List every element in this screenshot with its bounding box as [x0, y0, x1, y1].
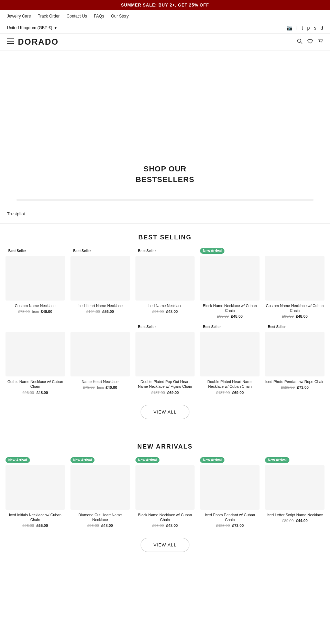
instagram-icon[interactable]: 📷 [286, 25, 292, 31]
banner-text: SUMMER SALE: BUY 2+, GET 25% OFF [121, 3, 209, 8]
product-card[interactable]: Best Seller Iced Heart Name Necklace £10… [70, 248, 130, 319]
product-prices: £96.00 £48.00 [70, 523, 130, 528]
svg-point-5 [320, 43, 320, 43]
nav-jewelry-care[interactable]: Jewelry Care [7, 14, 31, 19]
bestselling-view-all-button[interactable]: VIEW ALL [141, 405, 189, 419]
svg-line-4 [301, 42, 302, 44]
badge-new-arrival: New Arrival [200, 457, 224, 463]
original-price: £96.00 [22, 391, 34, 395]
view-all-label: VIEW ALL [153, 409, 176, 415]
product-image [135, 465, 195, 510]
product-name: Iced Letter Script Name Necklace [265, 512, 324, 517]
product-prices: £96.00 £48.00 [135, 309, 195, 314]
hero-section [0, 50, 330, 154]
product-card[interactable]: New Arrival Block Name Necklace w/ Cuban… [135, 457, 195, 528]
original-price: £96.00 [152, 523, 164, 528]
shop-bestsellers-section: SHOP OURBESTSELLERS [0, 154, 330, 192]
product-card[interactable]: Best Seller Double Plated Pop Out Heart … [135, 324, 195, 395]
product-image [6, 256, 65, 301]
badge-best-seller: Best Seller [135, 324, 159, 330]
nav-links: Jewelry Care Track Order Contact Us FAQs… [0, 10, 330, 22]
badge-best-seller: Best Seller [70, 248, 94, 254]
bestselling-section: BEST SELLING Best Seller Custom Name Nec… [0, 224, 330, 426]
price-from: from [97, 386, 104, 389]
facebook-icon[interactable]: f [296, 25, 298, 31]
hamburger-menu-icon[interactable] [7, 38, 14, 46]
product-prices: £137.00 £69.00 [200, 391, 260, 395]
search-icon[interactable] [297, 38, 302, 45]
product-card[interactable]: New Arrival Diamond Cut Heart Name Neckl… [70, 457, 130, 528]
product-card[interactable]: Best Seller Iced Name Necklace £96.00 £4… [135, 248, 195, 319]
product-prices: £73.00 from £40.00 [6, 309, 65, 314]
nav-our-story[interactable]: Our Story [111, 14, 129, 19]
product-name: Diamond Cut Heart Name Necklace [70, 512, 130, 522]
sale-price: £69.00 [167, 391, 179, 395]
currency-label: United Kingdom (GBP £) [7, 25, 52, 30]
product-image [70, 465, 130, 510]
product-prices: £89.00 £44.00 [265, 519, 324, 523]
product-card[interactable]: Gothic Name Necklace w/ Cuban Chain £96.… [6, 324, 65, 395]
product-prices: £96.00 £65.00 [6, 523, 65, 528]
product-prices: £125.00 £73.00 [265, 385, 324, 389]
trustpilot-link[interactable]: Trustpilot [7, 211, 25, 216]
sale-price: £48.00 [231, 314, 243, 318]
product-name: Name Heart Necklace [70, 379, 130, 384]
top-bar: United Kingdom (GBP £) ▼ 📷 f t p s d [0, 22, 330, 34]
original-price: £73.00 [18, 309, 30, 314]
original-price: £96.00 [217, 314, 229, 318]
tiktok-icon[interactable]: d [320, 25, 323, 31]
original-price: £96.00 [87, 523, 99, 528]
product-card[interactable]: Custom Name Necklace w/ Cuban Chain £96.… [265, 248, 324, 319]
product-image [135, 332, 195, 376]
sale-price: £65.00 [36, 523, 48, 528]
product-name: Double Plated Pop Out Heart Name Necklac… [135, 379, 195, 389]
nav-faqs[interactable]: FAQs [94, 14, 104, 19]
carousel-indicator [16, 199, 314, 201]
currency-selector[interactable]: United Kingdom (GBP £) ▼ [7, 25, 58, 30]
snapchat-icon[interactable]: s [314, 25, 316, 31]
twitter-icon[interactable]: t [302, 25, 303, 31]
cart-icon[interactable] [318, 38, 323, 45]
pinterest-icon[interactable]: p [307, 25, 310, 31]
bottom-space [0, 566, 330, 579]
original-price: £137.00 [151, 391, 165, 395]
product-name: Block Name Necklace w/ Cuban Chain [135, 512, 195, 522]
product-card[interactable]: Best Seller Custom Name Necklace £73.00 … [6, 248, 65, 319]
badge-new-arrival: New Arrival [70, 457, 95, 463]
logo[interactable]: DORADO [18, 37, 59, 47]
wishlist-icon[interactable] [307, 38, 313, 45]
product-image [135, 256, 195, 301]
badge-new-arrival: New Arrival [135, 457, 160, 463]
product-card[interactable]: Name Heart Necklace £73.00 from £40.00 [70, 324, 130, 395]
product-card[interactable]: New Arrival Block Name Necklace w/ Cuban… [200, 248, 260, 319]
sale-price: £73.00 [297, 385, 309, 389]
product-card[interactable]: New Arrival Iced Letter Script Name Neck… [265, 457, 324, 528]
product-card[interactable]: Best Seller Iced Photo Pendant w/ Rope C… [265, 324, 324, 395]
product-card[interactable]: Best Seller Double Plated Heart Name Nec… [200, 324, 260, 395]
nav-contact-us[interactable]: Contact Us [67, 14, 87, 19]
header-icons [297, 38, 323, 45]
product-name: Block Name Necklace w/ Cuban Chain [200, 303, 260, 313]
product-image [200, 256, 260, 301]
product-image [6, 465, 65, 510]
badge-new-arrival: New Arrival [265, 457, 289, 463]
product-name: Iced Heart Name Necklace [70, 303, 130, 308]
new-arrivals-view-all-button[interactable]: VIEW ALL [141, 538, 189, 552]
product-name: Iced Photo Pendant w/ Cuban Chain [200, 512, 260, 522]
badge-best-seller: Best Seller [135, 248, 159, 254]
product-card[interactable]: New Arrival Iced Initials Necklace w/ Cu… [6, 457, 65, 528]
social-icons: 📷 f t p s d [286, 25, 323, 31]
sale-price: £40.00 [106, 385, 117, 389]
bestselling-grid: Best Seller Custom Name Necklace £73.00 … [0, 248, 330, 395]
product-image [265, 465, 324, 510]
product-card[interactable]: New Arrival Iced Photo Pendant w/ Cuban … [200, 457, 260, 528]
svg-rect-0 [7, 38, 14, 39]
product-name: Iced Name Necklace [135, 303, 195, 308]
new-arrivals-view-all-container: VIEW ALL [0, 528, 330, 559]
nav-track-order[interactable]: Track Order [38, 14, 60, 19]
product-prices: £137.00 £69.00 [135, 391, 195, 395]
svg-rect-2 [7, 43, 14, 44]
new-arrivals-grid: New Arrival Iced Initials Necklace w/ Cu… [0, 457, 330, 528]
original-price: £96.00 [152, 309, 164, 314]
bestselling-title: BEST SELLING [0, 224, 330, 248]
